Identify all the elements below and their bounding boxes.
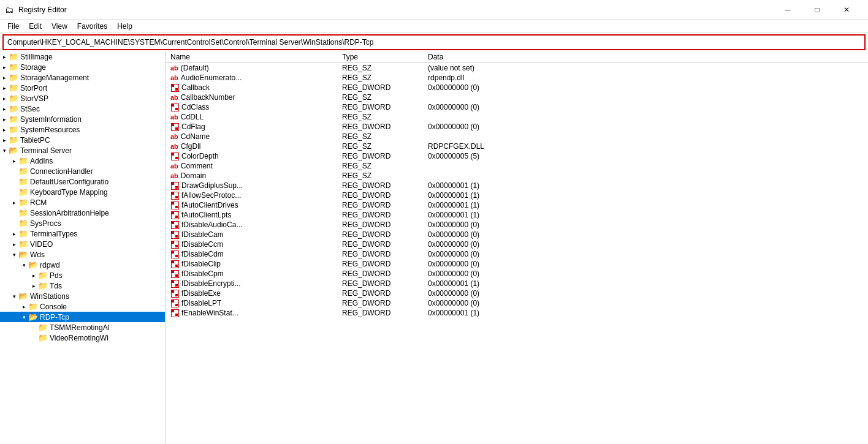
expand-icon[interactable]: ▸	[0, 126, 9, 134]
tree-item[interactable]: 📁ConnectionHandler	[0, 166, 165, 176]
tree-item[interactable]: ▸📁StillImage	[0, 51, 165, 62]
col-data[interactable]: Data	[423, 51, 868, 63]
expand-icon[interactable]: ▸	[0, 105, 9, 113]
tree-item[interactable]: ▸📁RCM	[0, 197, 165, 208]
table-row[interactable]: ab AudioEnumerato... REG_SZ rdpendp.dll	[166, 73, 868, 83]
tree-item[interactable]: ▸📁TabletPC	[0, 135, 165, 145]
menu-item-favorites[interactable]: Favorites	[72, 21, 112, 32]
entry-type: REG_SZ	[337, 132, 423, 141]
tree-item[interactable]: 📁TSMMRemotingAI	[0, 322, 165, 333]
table-row[interactable]: DrawGdiplusSup... REG_DWORD 0x00000001 (…	[166, 181, 868, 190]
tree-item[interactable]: ▾📂WinStations	[0, 291, 165, 301]
tree-label: SystemInformation	[20, 115, 82, 124]
menu-item-help[interactable]: Help	[112, 21, 137, 32]
tree-label: StorVSP	[20, 94, 48, 103]
table-row[interactable]: ColorDepth REG_DWORD 0x00000005 (5)	[166, 151, 868, 161]
tree-item[interactable]: ▸📁StSec	[0, 103, 165, 114]
entry-name-text: fDisableAudioCa...	[181, 220, 242, 229]
table-row[interactable]: fDisableClip REG_DWORD 0x00000000 (0)	[166, 259, 868, 269]
expand-icon[interactable]: ▸	[0, 63, 9, 72]
expand-icon[interactable]: ▸	[29, 282, 38, 290]
tree-label: TerminalTypes	[30, 230, 77, 238]
table-row[interactable]: fDisableLPT REG_DWORD 0x00000000 (0)	[166, 298, 868, 308]
expand-icon[interactable]: ▸	[0, 53, 9, 61]
tree-item[interactable]: ▸📁Storage	[0, 62, 165, 72]
tree-item[interactable]: ▸📁SystemInformation	[0, 114, 165, 124]
tree-item[interactable]: 📁DefaultUserConfiguratio	[0, 176, 165, 187]
expand-icon[interactable]: ▸	[10, 240, 18, 249]
expand-icon[interactable]: ▾	[20, 261, 28, 269]
table-row[interactable]: fEnableWinStat... REG_DWORD 0x00000001 (…	[166, 308, 868, 318]
table-row[interactable]: Callback REG_DWORD 0x00000000 (0)	[166, 83, 868, 92]
expand-icon[interactable]: ▸	[0, 136, 9, 145]
expand-icon[interactable]: ▸	[0, 73, 9, 82]
col-name[interactable]: Name	[166, 51, 337, 63]
table-row[interactable]: ab (Default) REG_SZ (value not set)	[166, 63, 868, 73]
close-button[interactable]: ✕	[832, 0, 861, 20]
table-row[interactable]: fDisableExe REG_DWORD 0x00000000 (0)	[166, 288, 868, 298]
expand-icon[interactable]: ▾	[0, 146, 9, 155]
table-row[interactable]: fDisableCpm REG_DWORD 0x00000000 (0)	[166, 269, 868, 279]
maximize-button[interactable]: □	[803, 0, 831, 20]
table-row[interactable]: CdFlag REG_DWORD 0x00000000 (0)	[166, 122, 868, 132]
expand-icon[interactable]: ▾	[10, 292, 18, 301]
entry-type: REG_DWORD	[337, 190, 423, 200]
sz-icon: ab	[170, 94, 178, 101]
table-row[interactable]: fDisableCcm REG_DWORD 0x00000000 (0)	[166, 239, 868, 249]
expand-icon[interactable]: ▸	[0, 84, 9, 92]
content-panel[interactable]: Name Type Data ab (Default) REG_SZ (valu…	[166, 51, 868, 444]
address-bar[interactable]: Computer\HKEY_LOCAL_MACHINE\SYSTEM\Curre…	[2, 34, 866, 50]
table-row[interactable]: ab Comment REG_SZ	[166, 161, 868, 171]
col-type[interactable]: Type	[337, 51, 423, 63]
tree-item[interactable]: ▾📂Wds	[0, 249, 165, 260]
expand-icon[interactable]: ▾	[10, 250, 18, 259]
table-row[interactable]: fAllowSecProtoc... REG_DWORD 0x00000001 …	[166, 190, 868, 200]
tree-item[interactable]: 📁SessionArbitrationHelpe	[0, 208, 165, 218]
tree-item[interactable]: ▸📁VIDEO	[0, 239, 165, 249]
tree-indent	[0, 313, 10, 322]
table-row[interactable]: fAutoClientLpts REG_DWORD 0x00000001 (1)	[166, 210, 868, 220]
menu-item-file[interactable]: File	[2, 21, 24, 32]
tree-item[interactable]: ▸📁Tds	[0, 280, 165, 291]
tree-item[interactable]: 📁KeyboardType Mapping	[0, 187, 165, 197]
expand-icon[interactable]: ▸	[10, 157, 18, 165]
tree-item[interactable]: ▸📁Pds	[0, 270, 165, 280]
tree-item[interactable]: ▾📂rdpwd	[0, 260, 165, 270]
tree-panel[interactable]: ▸📁StillImage▸📁Storage▸📁StorageManagement…	[0, 51, 166, 444]
expand-icon[interactable]: ▸	[0, 94, 9, 103]
tree-item[interactable]: ▾📂RDP-Tcp	[0, 312, 165, 322]
table-row[interactable]: fDisableCam REG_DWORD 0x00000000 (0)	[166, 230, 868, 239]
tree-item[interactable]: ▸📁TerminalTypes	[0, 228, 165, 239]
tree-item[interactable]: ▸📁AddIns	[0, 156, 165, 166]
expand-icon[interactable]: ▸	[20, 303, 28, 311]
minimize-button[interactable]: ─	[774, 0, 802, 20]
tree-item[interactable]: ▾📂Terminal Server	[0, 145, 165, 156]
expand-icon[interactable]: ▸	[10, 230, 18, 238]
menu-item-view[interactable]: View	[47, 21, 72, 32]
tree-item[interactable]: ▸📁SystemResources	[0, 124, 165, 135]
table-row[interactable]: fDisableEncrypti... REG_DWORD 0x00000001…	[166, 279, 868, 288]
expand-icon[interactable]: ▸	[10, 198, 18, 207]
tree-item[interactable]: ▸📁StorPort	[0, 83, 165, 93]
entry-data: rdpendp.dll	[423, 73, 868, 83]
entry-name-text: CallbackNumber	[181, 93, 235, 102]
tree-item[interactable]: ▸📁Console	[0, 301, 165, 312]
tree-item[interactable]: ▸📁StorageManagement	[0, 72, 165, 83]
table-row[interactable]: ab CdDLL REG_SZ	[166, 112, 868, 122]
table-row[interactable]: fDisableAudioCa... REG_DWORD 0x00000000 …	[166, 220, 868, 230]
tree-item[interactable]: 📁SysProcs	[0, 218, 165, 228]
table-row[interactable]: ab CfgDll REG_SZ RDPCFGEX.DLL	[166, 141, 868, 151]
table-row[interactable]: fDisableCdm REG_DWORD 0x00000000 (0)	[166, 249, 868, 259]
table-row[interactable]: CdClass REG_DWORD 0x00000000 (0)	[166, 102, 868, 112]
tree-item[interactable]: 📁VideoRemotingWi	[0, 333, 165, 343]
table-row[interactable]: fAutoClientDrives REG_DWORD 0x00000001 (…	[166, 200, 868, 210]
table-row[interactable]: ab CdName REG_SZ	[166, 132, 868, 141]
menu-item-edit[interactable]: Edit	[24, 21, 47, 32]
expand-icon[interactable]: ▾	[20, 313, 28, 322]
table-row[interactable]: ab CallbackNumber REG_SZ	[166, 92, 868, 102]
table-row[interactable]: ab Domain REG_SZ	[166, 171, 868, 181]
tree-item[interactable]: ▸📁StorVSP	[0, 93, 165, 103]
dword-icon	[170, 299, 179, 307]
expand-icon[interactable]: ▸	[29, 271, 38, 280]
expand-icon[interactable]: ▸	[0, 115, 9, 124]
